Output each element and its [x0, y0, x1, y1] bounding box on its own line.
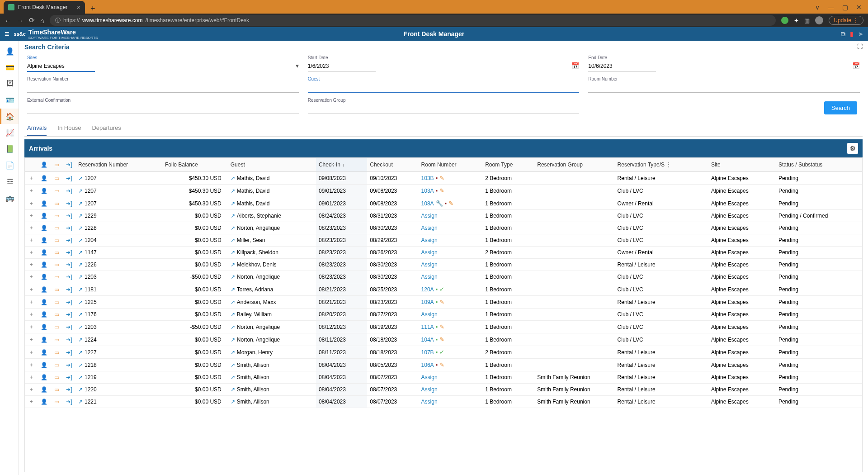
expand-icon[interactable]: ⛶: [857, 43, 863, 50]
checkin-action-icon[interactable]: ➔]: [66, 349, 72, 356]
checkin-action-icon[interactable]: ➔]: [66, 261, 72, 268]
col-person-icon[interactable]: 👤: [38, 158, 50, 172]
guest-input[interactable]: [308, 82, 580, 93]
popout-icon[interactable]: ⧉: [841, 30, 845, 38]
expand-row-icon[interactable]: +: [29, 261, 33, 268]
col-room-type[interactable]: Room Type: [482, 158, 534, 172]
table-row[interactable]: +👤▭➔]↗1225$0.00 USD↗Anderson, Maxx08/21/…: [25, 296, 862, 309]
room-link[interactable]: 120A: [421, 286, 434, 293]
message-icon[interactable]: ▭: [54, 324, 59, 330]
checkin-action-icon[interactable]: ➔]: [66, 175, 72, 181]
reload-icon[interactable]: ⟳: [29, 16, 35, 24]
menu-icon[interactable]: ≡: [5, 29, 9, 39]
cell-res-num[interactable]: ↗1147: [75, 247, 162, 259]
cell-guest[interactable]: ↗Mathis, David: [228, 172, 316, 185]
expand-row-icon[interactable]: +: [29, 386, 33, 393]
person-icon[interactable]: 👤: [41, 374, 47, 380]
cell-res-num[interactable]: ↗1225: [75, 296, 162, 309]
message-icon[interactable]: ▭: [54, 386, 59, 393]
cell-guest[interactable]: ↗Melekhov, Denis: [228, 259, 316, 271]
table-row[interactable]: +👤▭➔]↗1181$0.00 USD↗Torres, Adriana08/21…: [25, 283, 862, 296]
person-icon[interactable]: 👤: [41, 311, 47, 318]
res-group-input[interactable]: [308, 104, 580, 114]
message-icon[interactable]: ▭: [54, 188, 59, 194]
app-menu-icon[interactable]: ∨: [815, 4, 820, 11]
message-icon[interactable]: ▭: [54, 249, 59, 256]
assign-room-link[interactable]: Assign: [421, 274, 438, 280]
cell-guest[interactable]: ↗Norton, Angelique: [228, 333, 316, 346]
person-icon[interactable]: 👤: [41, 386, 47, 393]
table-row[interactable]: +👤▭➔]↗1229$0.00 USD↗Alberts, Stephanie08…: [25, 210, 862, 222]
cell-guest[interactable]: ↗Norton, Angelique: [228, 271, 316, 283]
gear-icon[interactable]: ⚙: [847, 143, 858, 154]
message-icon[interactable]: ▭: [54, 200, 59, 207]
notification-icon[interactable]: ▮: [850, 30, 854, 38]
person-icon[interactable]: 👤: [41, 200, 47, 207]
extension-icon[interactable]: [781, 17, 788, 24]
cell-guest[interactable]: ↗Bailey, William: [228, 309, 316, 321]
cell-res-num[interactable]: ↗1221: [75, 396, 162, 408]
assign-room-link[interactable]: Assign: [421, 311, 438, 318]
checkin-action-icon[interactable]: ➔]: [66, 337, 72, 343]
sidebar-item-list[interactable]: ☲: [0, 174, 19, 189]
res-num-input[interactable]: [27, 82, 299, 93]
col-guest[interactable]: Guest: [228, 158, 316, 172]
cell-res-num[interactable]: ↗1203: [75, 271, 162, 283]
expand-row-icon[interactable]: +: [29, 213, 33, 219]
message-icon[interactable]: ▭: [54, 175, 59, 181]
person-icon[interactable]: 👤: [41, 188, 47, 194]
cell-res-num[interactable]: ↗1207: [75, 172, 162, 185]
profile-icon[interactable]: [815, 16, 823, 24]
apps-icon[interactable]: ▥: [804, 17, 810, 24]
tab-close-icon[interactable]: ×: [77, 4, 80, 11]
expand-row-icon[interactable]: +: [29, 274, 33, 280]
cell-guest[interactable]: ↗Mathis, David: [228, 185, 316, 197]
sites-input[interactable]: [27, 61, 95, 72]
col-res-num[interactable]: Reservation Number: [75, 158, 162, 172]
table-row[interactable]: +👤▭➔]↗1207$450.30 USD↗Mathis, David09/01…: [25, 197, 862, 210]
expand-row-icon[interactable]: +: [29, 175, 33, 181]
expand-row-icon[interactable]: +: [29, 374, 33, 380]
cell-guest[interactable]: ↗Smith, Allison: [228, 371, 316, 384]
expand-row-icon[interactable]: +: [29, 286, 33, 293]
search-button[interactable]: Search: [824, 101, 857, 114]
cell-res-num[interactable]: ↗1228: [75, 222, 162, 234]
col-checkout[interactable]: Checkout: [367, 158, 418, 172]
expand-row-icon[interactable]: +: [29, 324, 33, 330]
cell-guest[interactable]: ↗Morgan, Henry: [228, 346, 316, 359]
expand-row-icon[interactable]: +: [29, 362, 33, 368]
extensions-icon[interactable]: ✦: [794, 17, 799, 24]
sidebar-item-image[interactable]: 🖼: [0, 76, 19, 91]
room-link[interactable]: 106A: [421, 362, 434, 368]
ext-conf-input[interactable]: [27, 104, 299, 114]
assign-room-link[interactable]: Assign: [421, 374, 438, 380]
col-res-group[interactable]: Reservation Group: [534, 158, 614, 172]
cell-res-num[interactable]: ↗1227: [75, 346, 162, 359]
person-icon[interactable]: 👤: [41, 225, 47, 231]
col-folio[interactable]: Folio Balance: [162, 158, 228, 172]
checkin-action-icon[interactable]: ➔]: [66, 362, 72, 368]
table-row[interactable]: +👤▭➔]↗1226$0.00 USD↗Melekhov, Denis08/23…: [25, 259, 862, 271]
table-row[interactable]: +👤▭➔]↗1221$0.00 USD↗Smith, Allison08/04/…: [25, 396, 862, 408]
room-link[interactable]: 108A: [421, 200, 434, 207]
person-icon[interactable]: 👤: [41, 175, 47, 181]
message-icon[interactable]: ▭: [54, 225, 59, 231]
person-icon[interactable]: 👤: [41, 399, 47, 405]
sidebar-item-bus[interactable]: 🚌: [0, 190, 19, 205]
message-icon[interactable]: ▭: [54, 337, 59, 343]
expand-row-icon[interactable]: +: [29, 249, 33, 256]
person-icon[interactable]: 👤: [41, 213, 47, 219]
table-row[interactable]: +👤▭➔]↗1220$0.00 USD↗Smith, Allison08/04/…: [25, 384, 862, 396]
checkin-action-icon[interactable]: ➔]: [66, 237, 72, 243]
cell-res-num[interactable]: ↗1204: [75, 234, 162, 247]
update-button[interactable]: Update ⋮: [829, 16, 863, 25]
col-message-icon[interactable]: ▭: [50, 158, 63, 172]
person-icon[interactable]: 👤: [41, 324, 47, 330]
message-icon[interactable]: ▭: [54, 261, 59, 268]
sidebar-item-card[interactable]: 💳: [0, 60, 19, 75]
checkin-action-icon[interactable]: ➔]: [66, 386, 72, 393]
table-row[interactable]: +👤▭➔]↗1207$450.30 USD↗Mathis, David09/01…: [25, 185, 862, 197]
arrivals-table-wrap[interactable]: 👤 ▭ ➔] Reservation Number Folio Balance …: [24, 157, 863, 472]
room-link[interactable]: 104A: [421, 337, 434, 343]
message-icon[interactable]: ▭: [54, 286, 59, 293]
